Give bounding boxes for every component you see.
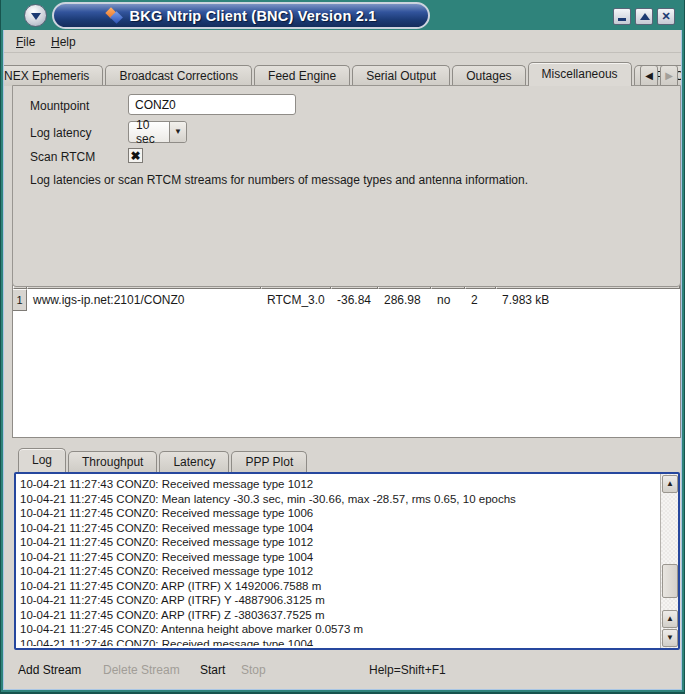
tab-rinex-ephemeris[interactable]: NEX Ephemeris [4, 65, 103, 86]
log-line: 10-04-21 11:27:45 CONZ0: ARP (ITRF) Y -4… [20, 593, 656, 608]
log-line: 10-04-21 11:27:43 CONZ0: Received messag… [20, 477, 656, 492]
arrow-down-icon: ▼ [666, 633, 674, 642]
log-lines: 10-04-21 11:27:43 CONZ0: Received messag… [20, 477, 656, 646]
log-line: 10-04-21 11:27:45 CONZ0: Received messag… [20, 564, 656, 579]
scan-rtcm-checkbox[interactable]: ✖ [128, 148, 143, 163]
log-latency-value: 10 sec [129, 118, 169, 146]
add-stream-button[interactable]: Add Stream [18, 663, 81, 677]
minimize-icon [618, 18, 626, 21]
miscellaneous-panel: Mountpoint Log latency 10 sec ▼ Scan RTC… [12, 85, 681, 287]
scrollbar-thumb[interactable] [662, 564, 678, 598]
maximize-icon [640, 13, 650, 20]
log-tabbar: Log Throughput Latency PPP Plot [14, 450, 674, 472]
scroll-up-button-2[interactable]: ▲ [662, 610, 678, 628]
log-line: 10-04-21 11:27:45 CONZ0: Antenna height … [20, 622, 656, 637]
log-line: 10-04-21 11:27:46 CONZ0: Received messag… [20, 637, 656, 647]
arrow-right-icon: ▶ [665, 70, 673, 81]
log-latency-label: Log latency [30, 126, 91, 140]
table-row[interactable]: 1 www.igs-ip.net:2101/CONZ0 RTCM_3.0 -36… [13, 289, 680, 311]
cell-bytes: 7.983 kB [496, 293, 680, 307]
chevron-down-icon [31, 13, 41, 20]
chevron-down-icon: ▼ [174, 127, 182, 136]
scroll-down-button[interactable]: ▼ [662, 629, 678, 647]
menubar: File Help [4, 30, 681, 53]
close-icon: ✕ [658, 9, 674, 24]
close-button[interactable]: ✕ [657, 8, 675, 25]
log-line: 10-04-21 11:27:45 CONZ0: Received messag… [20, 521, 656, 536]
tab-throughput[interactable]: Throughput [68, 451, 157, 472]
mountpoint-label: Mountpoint [30, 99, 89, 113]
scroll-up-button[interactable]: ▲ [662, 475, 678, 493]
tab-latency[interactable]: Latency [159, 451, 229, 472]
cell-ntrip: 2 [465, 293, 496, 307]
row-number[interactable]: 1 [13, 289, 27, 311]
checkbox-check-icon: ✖ [130, 149, 140, 163]
window-title: BKG Ntrip Client (BNC) Version 2.1 [130, 8, 377, 24]
arrow-up-icon: ▲ [666, 479, 674, 488]
arrow-left-icon: ◀ [645, 70, 653, 81]
stop-button[interactable]: Stop [241, 663, 266, 677]
tab-ppp-plot[interactable]: PPP Plot [231, 451, 307, 472]
cell-long: 286.98 [378, 293, 431, 307]
menu-file[interactable]: File [11, 33, 40, 51]
log-scrollbar[interactable]: ▲ ▲ ▼ [660, 474, 678, 648]
tab-scroll-left-button[interactable]: ◀ [640, 65, 658, 86]
maximize-button[interactable] [635, 8, 653, 25]
config-tabbar: NEX Ephemeris Broadcast Corrections Feed… [4, 62, 681, 86]
log-pane[interactable]: 10-04-21 11:27:43 CONZ0: Received messag… [14, 472, 680, 650]
minimize-button[interactable] [613, 8, 631, 25]
bnc-app-icon [106, 8, 123, 23]
cell-nmea: no [431, 293, 465, 307]
tab-scroll-right-button[interactable]: ▶ [660, 65, 678, 86]
tab-broadcast-corrections[interactable]: Broadcast Corrections [105, 65, 252, 86]
log-line: 10-04-21 11:27:45 CONZ0: Received messag… [20, 506, 656, 521]
tab-serial-output[interactable]: Serial Output [352, 65, 450, 86]
panel-note: Log latencies or scan RTCM streams for n… [30, 173, 668, 187]
mountpoint-input[interactable] [128, 94, 296, 115]
combo-dropdown-button[interactable]: ▼ [169, 122, 186, 142]
action-bar: Add Stream Delete Stream Start Stop Help… [4, 663, 681, 683]
log-line: 10-04-21 11:27:45 CONZ0: ARP (ITRF) X 14… [20, 579, 656, 594]
tab-feed-engine[interactable]: Feed Engine [254, 65, 350, 86]
tab-outages[interactable]: Outages [452, 65, 525, 86]
streams-table: Streams: resource loader / mountpoint de… [12, 265, 681, 438]
log-line: 10-04-21 11:27:45 CONZ0: Received messag… [20, 550, 656, 565]
scan-rtcm-label: Scan RTCM [30, 150, 95, 164]
cell-mountpoint: www.igs-ip.net:2101/CONZ0 [27, 293, 261, 307]
log-line: 10-04-21 11:27:45 CONZ0: ARP (ITRF) Z -3… [20, 608, 656, 623]
start-button[interactable]: Start [200, 663, 225, 677]
log-line: 10-04-21 11:27:45 CONZ0: Mean latency -3… [20, 492, 656, 507]
cell-decoder: RTCM_3.0 [261, 293, 331, 307]
tab-log[interactable]: Log [18, 448, 66, 472]
title-bubble[interactable]: BKG Ntrip Client (BNC) Version 2.1 [52, 2, 430, 29]
titlebar[interactable]: BKG Ntrip Client (BNC) Version 2.1 ✕ [0, 0, 685, 30]
window-menu-button[interactable] [24, 4, 47, 27]
help-hint: Help=Shift+F1 [369, 663, 446, 677]
window-body: File Help NEX Ephemeris Broadcast Correc… [3, 30, 682, 690]
delete-stream-button[interactable]: Delete Stream [103, 663, 180, 677]
log-latency-select[interactable]: 10 sec ▼ [128, 121, 187, 143]
menu-help[interactable]: Help [46, 33, 81, 51]
log-line: 10-04-21 11:27:45 CONZ0: Received messag… [20, 535, 656, 550]
arrow-up-icon: ▲ [666, 614, 674, 623]
cell-lat: -36.84 [331, 293, 378, 307]
tab-miscellaneous[interactable]: Miscellaneous [528, 62, 632, 86]
